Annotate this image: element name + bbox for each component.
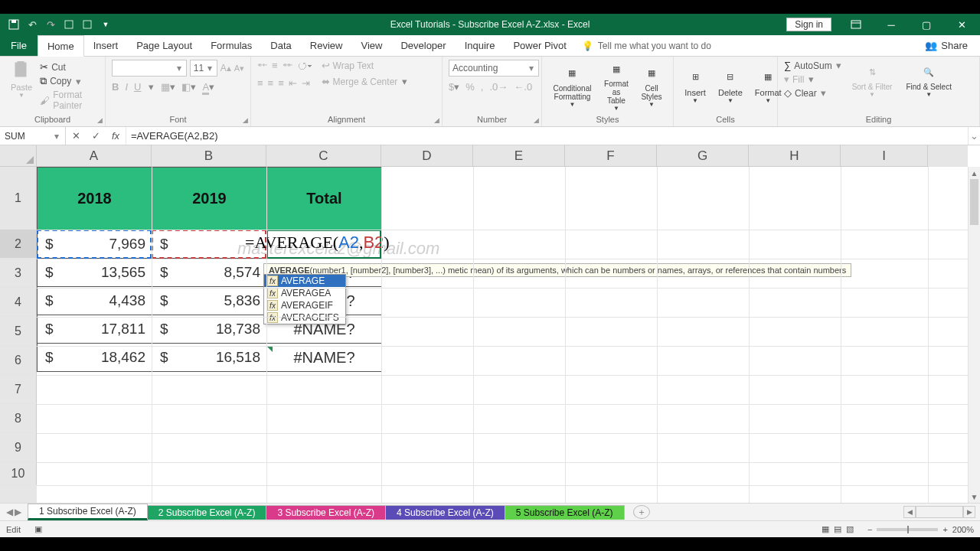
table-header[interactable]: 2019 (152, 168, 267, 230)
accounting-format-icon[interactable]: $▾ (449, 81, 459, 93)
bold-button[interactable]: B (112, 81, 119, 93)
autocomplete-item[interactable]: fxAVERAGEA (264, 287, 345, 299)
row-header[interactable]: 10 (0, 462, 37, 485)
dialog-launcher-icon[interactable]: ◢ (434, 116, 439, 124)
sheet-tab-4[interactable]: 4 Subscribe Excel (A-Z) (385, 505, 505, 520)
row-header[interactable]: 2 (0, 230, 37, 259)
zoom-in-icon[interactable]: + (942, 525, 947, 534)
page-layout-view-icon[interactable]: ▤ (834, 524, 841, 534)
decrease-decimal-icon[interactable]: ←.0 (514, 81, 532, 93)
hscroll-left-icon[interactable]: ◀ (903, 506, 916, 518)
table-cell[interactable]: $16,518 (152, 344, 267, 372)
underline-button[interactable]: U (134, 81, 141, 93)
new-sheet-button[interactable]: ＋ (633, 505, 650, 519)
number-format-combo[interactable]: Accounting▾ (449, 60, 539, 77)
table-cell[interactable]: $13,565 (38, 259, 152, 287)
ribbon-display-icon[interactable] (839, 14, 873, 35)
table-cell[interactable]: $17,811 (38, 315, 152, 344)
maximize-button[interactable]: ▢ (910, 14, 943, 35)
table-cell[interactable]: $4,438 (38, 287, 152, 315)
border-button[interactable]: ▦▾ (161, 81, 175, 93)
undo-icon[interactable]: ↶ (26, 18, 38, 31)
qat-customize-icon[interactable]: ▼ (100, 18, 112, 31)
align-left-icon[interactable]: ≡ (257, 77, 263, 89)
zoom-out-icon[interactable]: − (867, 525, 872, 534)
delete-cells-button[interactable]: ⊟Delete▼ (714, 65, 747, 106)
orientation-icon[interactable]: ⭯▾ (297, 60, 312, 71)
expand-formula-bar-icon[interactable]: ⌄ (968, 127, 980, 145)
tell-me-search[interactable]: 💡Tell me what you want to do (582, 35, 711, 56)
column-header[interactable]: A (37, 145, 152, 167)
normal-view-icon[interactable]: ▦ (822, 524, 829, 534)
cell-styles-button[interactable]: ▦Cell Styles▼ (636, 61, 667, 109)
cancel-edit-button[interactable]: ✕ (66, 130, 86, 142)
column-header[interactable]: E (473, 145, 565, 167)
zoom-slider[interactable] (877, 528, 938, 531)
row-header[interactable]: 8 (0, 404, 37, 433)
percent-icon[interactable]: % (466, 81, 475, 93)
table-cell[interactable]: $18,462 (38, 344, 152, 372)
tab-inquire[interactable]: Inquire (456, 35, 505, 56)
sheet-tab-1[interactable]: 1 Subscribe Excel (A-Z) (28, 504, 148, 520)
minimize-button[interactable]: ─ (874, 14, 908, 35)
font-color-button[interactable]: A▾ (202, 81, 214, 93)
sheet-nav-next-icon[interactable]: ▶ (15, 507, 21, 517)
row-header[interactable]: 5 (0, 317, 37, 346)
sign-in-button[interactable]: Sign in (786, 18, 831, 31)
paste-button[interactable]: Paste ▼ (6, 60, 37, 100)
align-center-icon[interactable]: ≡ (268, 77, 274, 89)
table-cell[interactable]: $18,738 (152, 315, 267, 344)
indent-inc-icon[interactable]: ⇥ (302, 77, 310, 89)
table-cell[interactable]: $8,574 (152, 259, 267, 287)
row-header[interactable]: 7 (0, 375, 37, 404)
format-as-table-button[interactable]: ▦Format as Table▼ (598, 57, 635, 113)
formula-input[interactable]: =AVERAGE(A2,B2) (126, 127, 968, 145)
redo-icon[interactable]: ↷ (44, 18, 57, 31)
insert-function-button[interactable]: fx (106, 130, 126, 142)
wrap-text-button[interactable]: ↩ Wrap Text (322, 60, 409, 71)
enter-edit-button[interactable]: ✓ (86, 130, 106, 142)
close-button[interactable]: ✕ (945, 14, 978, 35)
fill-button[interactable]: ▾ Fill ▾ (784, 73, 843, 85)
autocomplete-item[interactable]: fxAVERAGEIFS (264, 311, 345, 324)
insert-cells-button[interactable]: ⊞Insert▼ (680, 65, 710, 106)
hscroll-right-icon[interactable]: ▶ (963, 506, 975, 518)
sheet-tab-2[interactable]: 2 Subscribe Excel (A-Z) (147, 505, 267, 520)
shrink-font-icon[interactable]: A▾ (234, 64, 244, 73)
tab-view[interactable]: View (351, 35, 391, 56)
tab-power-pivot[interactable]: Power Pivot (504, 35, 575, 56)
increase-decimal-icon[interactable]: .0→ (489, 81, 508, 93)
table-header[interactable]: Total (267, 168, 382, 230)
macro-record-icon[interactable]: ▣ (34, 524, 42, 534)
font-size-combo[interactable]: 11▾ (190, 60, 217, 77)
name-box[interactable]: SUM▾ (0, 127, 66, 145)
column-header[interactable]: B (152, 145, 266, 167)
qat-icon-2[interactable] (81, 18, 93, 31)
dialog-launcher-icon[interactable]: ◢ (534, 116, 539, 124)
tab-review[interactable]: Review (301, 35, 352, 56)
table-header[interactable]: 2018 (38, 168, 152, 230)
comma-icon[interactable]: , (481, 81, 484, 93)
autocomplete-item[interactable]: fxAVERAGEIF (264, 299, 345, 311)
merge-center-button[interactable]: ⬌ Merge & Center ▾ (322, 76, 409, 87)
align-middle-icon[interactable]: ≡ (272, 60, 278, 71)
conditional-formatting-button[interactable]: ▦Conditional Formatting▼ (548, 61, 596, 109)
align-top-icon[interactable]: ⬴ (257, 60, 267, 71)
sort-filter-button[interactable]: ⇅Sort & Filter▼ (848, 60, 897, 99)
align-bottom-icon[interactable]: ⬵ (283, 60, 292, 71)
align-right-icon[interactable]: ≡ (278, 77, 284, 89)
grow-font-icon[interactable]: A▴ (220, 63, 231, 73)
share-button[interactable]: 👥Share (913, 35, 980, 56)
format-painter-button[interactable]: 🖌 Format Painter (40, 90, 99, 111)
autocomplete-item[interactable]: fxAVERAGE (264, 275, 345, 287)
dialog-launcher-icon[interactable]: ◢ (243, 116, 248, 124)
spreadsheet-grid[interactable]: ABCDEFGHI 12345678910 20182019Total$7,96… (0, 145, 980, 503)
indent-dec-icon[interactable]: ⇤ (289, 77, 297, 89)
sheet-tab-3[interactable]: 3 Subscribe Excel (A-Z) (266, 505, 386, 520)
horizontal-scrollbar[interactable]: ◀ ▶ (903, 506, 980, 518)
find-select-button[interactable]: 🔍Find & Select▼ (901, 60, 956, 99)
page-break-view-icon[interactable]: ▧ (846, 524, 854, 534)
tab-page-layout[interactable]: Page Layout (127, 35, 201, 56)
row-header[interactable]: 9 (0, 433, 37, 462)
table-cell[interactable]: #NAME? (267, 344, 382, 372)
